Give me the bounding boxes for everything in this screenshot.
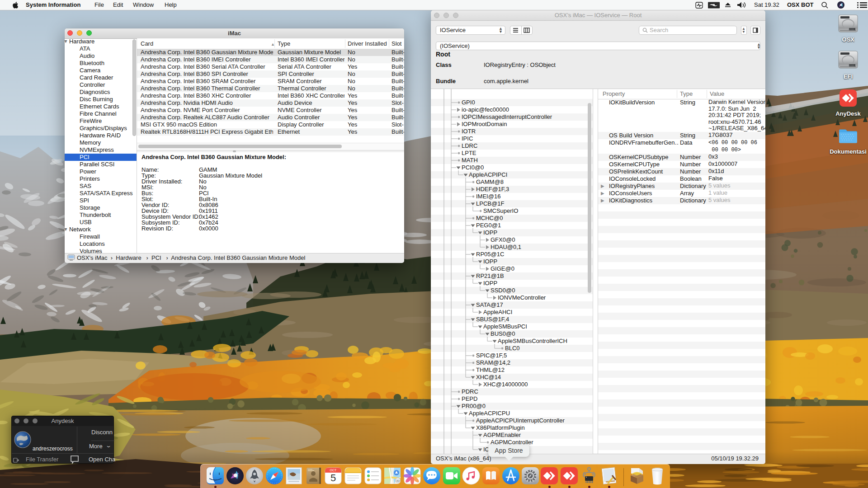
svg-text:OCT: OCT [330,469,337,472]
svg-text:5: 5 [330,472,336,483]
svg-text:3D: 3D [396,479,400,482]
